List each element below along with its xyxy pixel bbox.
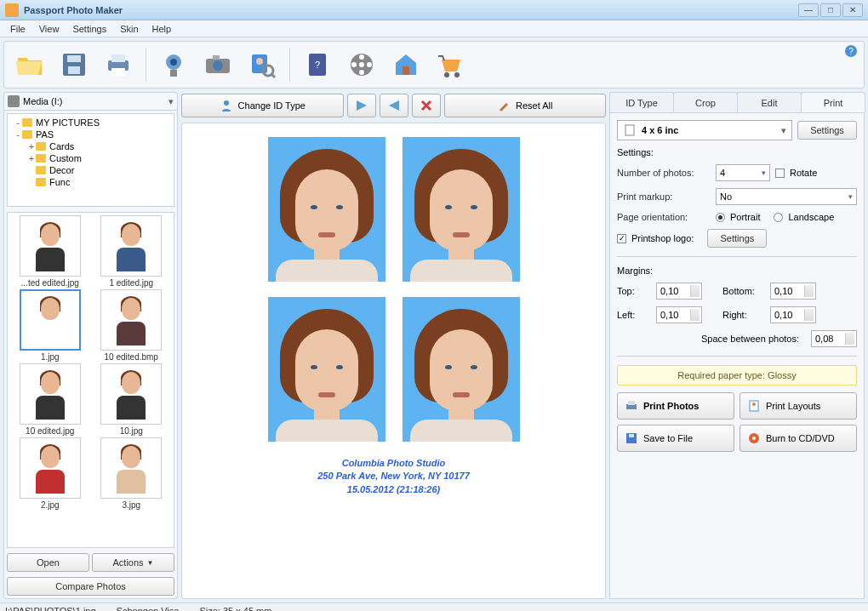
orientation-label: Page orientation: <box>617 212 711 222</box>
num-photos-select[interactable]: 4 <box>716 164 770 181</box>
floppy-icon <box>625 431 638 445</box>
camera-icon[interactable] <box>197 46 238 83</box>
paper-size-select[interactable]: 4 x 6 inc <box>617 120 792 140</box>
delete-icon[interactable] <box>412 94 441 117</box>
margin-left-input[interactable]: 0,10 <box>656 306 702 323</box>
open-button[interactable]: Open <box>7 553 89 572</box>
thumbnail[interactable]: 10.jpg <box>92 363 172 436</box>
status-type: Schengen Visa <box>117 606 180 612</box>
app-title: Passport Photo Maker <box>24 5 798 15</box>
thumbnail[interactable]: 3.jpg <box>92 437 172 510</box>
markup-label: Print markup: <box>617 191 711 202</box>
titlebar: Passport Photo Maker — □ ✕ <box>0 0 868 20</box>
save-to-file-button[interactable]: Save to File <box>617 425 734 452</box>
reel-icon[interactable] <box>341 46 382 83</box>
compare-photos-button[interactable]: Compare Photos <box>7 577 174 596</box>
tab-print[interactable]: Print <box>801 92 865 112</box>
tab-edit[interactable]: Edit <box>737 92 802 112</box>
rotate-right-icon[interactable] <box>380 94 408 117</box>
rotate-left-icon[interactable] <box>347 94 376 117</box>
tree-node[interactable]: -PAS <box>10 128 171 140</box>
margin-bottom-input[interactable]: 0,10 <box>770 283 816 300</box>
maximize-button[interactable]: □ <box>820 3 841 17</box>
status-bar: I:\PAS\PHOTOS\1.jpg Schengen Visa Size: … <box>0 602 868 611</box>
layouts-icon <box>747 399 761 413</box>
svg-point-22 <box>351 62 357 67</box>
svg-rect-1 <box>67 55 81 62</box>
svg-point-10 <box>213 60 223 71</box>
drive-label: Media (I:) <box>23 96 62 106</box>
webcam-icon[interactable] <box>153 46 194 83</box>
menu-skin[interactable]: Skin <box>113 22 145 36</box>
svg-point-27 <box>224 100 229 106</box>
open-folder-icon[interactable] <box>9 46 50 83</box>
thumbnail[interactable]: ...ted edited.jpg <box>10 215 90 288</box>
thumbnail[interactable]: 1 edited.jpg <box>92 215 172 288</box>
minimize-button[interactable]: — <box>798 3 819 17</box>
print-layouts-button[interactable]: Print Layouts <box>740 392 857 420</box>
rotate-label: Rotate <box>790 168 817 178</box>
tree-node[interactable]: Func <box>10 176 171 188</box>
svg-rect-2 <box>68 66 80 74</box>
tab-id-type[interactable]: ID Type <box>609 92 674 112</box>
print-icon[interactable] <box>98 46 139 83</box>
actions-button[interactable]: Actions▼ <box>92 553 174 572</box>
thumbnail[interactable]: 10 edited.bmp <box>92 289 172 362</box>
space-input[interactable]: 0,08 <box>811 330 857 347</box>
cart-icon[interactable] <box>430 46 471 83</box>
disc-icon <box>747 431 761 445</box>
drive-selector[interactable]: Media (I:) ▾ <box>4 93 177 111</box>
num-photos-label: Number of photos: <box>617 168 711 178</box>
thumbnail[interactable]: 1.jpg <box>10 289 90 362</box>
menu-file[interactable]: File <box>3 22 32 36</box>
rotate-checkbox[interactable] <box>775 168 785 178</box>
landscape-radio[interactable] <box>774 213 783 222</box>
tree-node[interactable]: +Custom <box>10 152 171 164</box>
app-icon <box>5 3 19 17</box>
svg-rect-5 <box>111 68 125 76</box>
svg-rect-30 <box>628 401 635 405</box>
margin-top-input[interactable]: 0,10 <box>656 283 702 300</box>
tree-node[interactable]: +Cards <box>10 140 171 152</box>
margins-header: Margins: <box>617 266 857 276</box>
svg-point-36 <box>752 437 756 440</box>
menu-view[interactable]: View <box>32 22 66 36</box>
portrait-radio[interactable] <box>716 213 725 222</box>
paper-settings-button[interactable]: Settings <box>797 121 857 140</box>
svg-point-26 <box>454 72 460 77</box>
tab-crop[interactable]: Crop <box>673 92 738 112</box>
burn-cd-button[interactable]: Burn to CD/DVD <box>740 425 857 452</box>
thumbnail[interactable]: 10 edited.jpg <box>10 363 90 436</box>
reset-all-button[interactable]: Reset All <box>444 94 607 117</box>
tree-node[interactable]: -MY PICTURES <box>10 117 171 128</box>
svg-text:?: ? <box>315 60 320 70</box>
settings-header: Settings: <box>617 147 857 157</box>
save-icon[interactable] <box>54 46 94 83</box>
logo-settings-button[interactable]: Settings <box>707 229 767 248</box>
photo-canvas: Columbia Photo Studio 250 Park Ave, New … <box>181 123 606 599</box>
person-icon <box>220 99 233 112</box>
change-id-type-button[interactable]: Change ID Type <box>181 94 344 117</box>
svg-point-19 <box>359 62 364 67</box>
menu-settings[interactable]: Settings <box>66 22 113 36</box>
help-bubble-icon[interactable]: ? <box>845 45 857 57</box>
disk-icon <box>8 95 20 107</box>
home-icon[interactable] <box>385 46 426 83</box>
svg-rect-4 <box>111 54 125 62</box>
print-photos-button[interactable]: Print Photos <box>617 392 734 420</box>
page-icon <box>623 123 637 137</box>
printshop-logo-checkbox[interactable]: ✓ <box>617 234 626 243</box>
id-photo <box>268 137 385 282</box>
folder-tree[interactable]: -MY PICTURES-PAS+Cards+CustomDecorFunc <box>7 113 174 207</box>
thumbnail[interactable]: 2.jpg <box>10 437 90 510</box>
help-book-icon[interactable]: ? <box>297 46 338 83</box>
svg-point-23 <box>367 62 372 67</box>
margin-right-input[interactable]: 0,10 <box>770 306 816 323</box>
menu-help[interactable]: Help <box>146 22 179 36</box>
close-button[interactable]: ✕ <box>842 3 863 17</box>
tree-node[interactable]: Decor <box>10 164 171 176</box>
markup-select[interactable]: No <box>716 188 857 205</box>
svg-point-7 <box>170 59 177 66</box>
studio-text: Columbia Photo Studio 250 Park Ave, New … <box>317 457 470 496</box>
search-person-icon[interactable] <box>242 46 283 83</box>
